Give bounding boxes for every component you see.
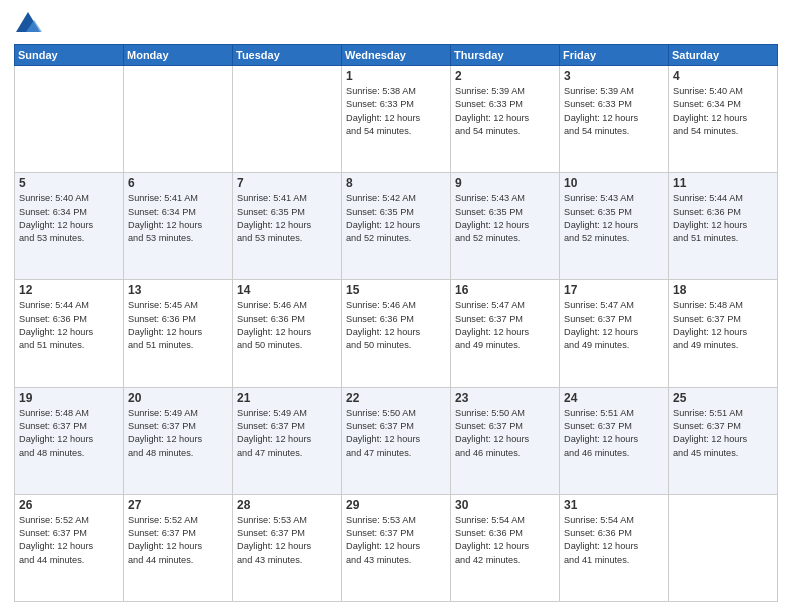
calendar-cell: 18Sunrise: 5:48 AM Sunset: 6:37 PM Dayli… <box>669 280 778 387</box>
day-number: 30 <box>455 498 555 512</box>
page: SundayMondayTuesdayWednesdayThursdayFrid… <box>0 0 792 612</box>
calendar-cell: 11Sunrise: 5:44 AM Sunset: 6:36 PM Dayli… <box>669 173 778 280</box>
day-info: Sunrise: 5:46 AM Sunset: 6:36 PM Dayligh… <box>346 299 446 352</box>
day-info: Sunrise: 5:51 AM Sunset: 6:37 PM Dayligh… <box>673 407 773 460</box>
calendar-cell <box>669 494 778 601</box>
calendar-header-thursday: Thursday <box>451 45 560 66</box>
calendar-cell: 26Sunrise: 5:52 AM Sunset: 6:37 PM Dayli… <box>15 494 124 601</box>
day-number: 27 <box>128 498 228 512</box>
day-info: Sunrise: 5:38 AM Sunset: 6:33 PM Dayligh… <box>346 85 446 138</box>
calendar-cell: 30Sunrise: 5:54 AM Sunset: 6:36 PM Dayli… <box>451 494 560 601</box>
day-number: 6 <box>128 176 228 190</box>
day-number: 2 <box>455 69 555 83</box>
day-number: 10 <box>564 176 664 190</box>
calendar-header-row: SundayMondayTuesdayWednesdayThursdayFrid… <box>15 45 778 66</box>
day-info: Sunrise: 5:47 AM Sunset: 6:37 PM Dayligh… <box>455 299 555 352</box>
calendar-header-tuesday: Tuesday <box>233 45 342 66</box>
day-number: 20 <box>128 391 228 405</box>
day-number: 7 <box>237 176 337 190</box>
calendar-header-monday: Monday <box>124 45 233 66</box>
calendar-cell: 10Sunrise: 5:43 AM Sunset: 6:35 PM Dayli… <box>560 173 669 280</box>
day-info: Sunrise: 5:48 AM Sunset: 6:37 PM Dayligh… <box>673 299 773 352</box>
calendar-header-wednesday: Wednesday <box>342 45 451 66</box>
day-info: Sunrise: 5:48 AM Sunset: 6:37 PM Dayligh… <box>19 407 119 460</box>
calendar-cell: 22Sunrise: 5:50 AM Sunset: 6:37 PM Dayli… <box>342 387 451 494</box>
calendar-cell: 9Sunrise: 5:43 AM Sunset: 6:35 PM Daylig… <box>451 173 560 280</box>
day-info: Sunrise: 5:54 AM Sunset: 6:36 PM Dayligh… <box>564 514 664 567</box>
day-info: Sunrise: 5:52 AM Sunset: 6:37 PM Dayligh… <box>19 514 119 567</box>
calendar-cell: 29Sunrise: 5:53 AM Sunset: 6:37 PM Dayli… <box>342 494 451 601</box>
day-number: 18 <box>673 283 773 297</box>
day-number: 15 <box>346 283 446 297</box>
day-number: 9 <box>455 176 555 190</box>
day-info: Sunrise: 5:41 AM Sunset: 6:35 PM Dayligh… <box>237 192 337 245</box>
day-number: 1 <box>346 69 446 83</box>
calendar-cell: 12Sunrise: 5:44 AM Sunset: 6:36 PM Dayli… <box>15 280 124 387</box>
day-info: Sunrise: 5:44 AM Sunset: 6:36 PM Dayligh… <box>673 192 773 245</box>
day-number: 29 <box>346 498 446 512</box>
calendar-cell: 5Sunrise: 5:40 AM Sunset: 6:34 PM Daylig… <box>15 173 124 280</box>
day-info: Sunrise: 5:46 AM Sunset: 6:36 PM Dayligh… <box>237 299 337 352</box>
day-number: 23 <box>455 391 555 405</box>
calendar-cell: 24Sunrise: 5:51 AM Sunset: 6:37 PM Dayli… <box>560 387 669 494</box>
calendar-cell: 31Sunrise: 5:54 AM Sunset: 6:36 PM Dayli… <box>560 494 669 601</box>
calendar-cell: 16Sunrise: 5:47 AM Sunset: 6:37 PM Dayli… <box>451 280 560 387</box>
day-info: Sunrise: 5:54 AM Sunset: 6:36 PM Dayligh… <box>455 514 555 567</box>
calendar-cell: 20Sunrise: 5:49 AM Sunset: 6:37 PM Dayli… <box>124 387 233 494</box>
calendar-header-sunday: Sunday <box>15 45 124 66</box>
calendar-cell: 1Sunrise: 5:38 AM Sunset: 6:33 PM Daylig… <box>342 66 451 173</box>
day-info: Sunrise: 5:42 AM Sunset: 6:35 PM Dayligh… <box>346 192 446 245</box>
day-number: 25 <box>673 391 773 405</box>
calendar-cell: 17Sunrise: 5:47 AM Sunset: 6:37 PM Dayli… <box>560 280 669 387</box>
day-info: Sunrise: 5:40 AM Sunset: 6:34 PM Dayligh… <box>19 192 119 245</box>
day-info: Sunrise: 5:49 AM Sunset: 6:37 PM Dayligh… <box>237 407 337 460</box>
day-info: Sunrise: 5:41 AM Sunset: 6:34 PM Dayligh… <box>128 192 228 245</box>
day-info: Sunrise: 5:43 AM Sunset: 6:35 PM Dayligh… <box>564 192 664 245</box>
day-number: 31 <box>564 498 664 512</box>
day-number: 14 <box>237 283 337 297</box>
calendar-cell <box>124 66 233 173</box>
calendar-week-row-2: 5Sunrise: 5:40 AM Sunset: 6:34 PM Daylig… <box>15 173 778 280</box>
day-number: 5 <box>19 176 119 190</box>
day-number: 26 <box>19 498 119 512</box>
calendar-cell: 6Sunrise: 5:41 AM Sunset: 6:34 PM Daylig… <box>124 173 233 280</box>
day-info: Sunrise: 5:52 AM Sunset: 6:37 PM Dayligh… <box>128 514 228 567</box>
calendar-cell: 14Sunrise: 5:46 AM Sunset: 6:36 PM Dayli… <box>233 280 342 387</box>
calendar-cell: 2Sunrise: 5:39 AM Sunset: 6:33 PM Daylig… <box>451 66 560 173</box>
calendar-cell: 4Sunrise: 5:40 AM Sunset: 6:34 PM Daylig… <box>669 66 778 173</box>
day-info: Sunrise: 5:51 AM Sunset: 6:37 PM Dayligh… <box>564 407 664 460</box>
calendar-cell <box>15 66 124 173</box>
day-number: 8 <box>346 176 446 190</box>
day-info: Sunrise: 5:40 AM Sunset: 6:34 PM Dayligh… <box>673 85 773 138</box>
calendar-week-row-3: 12Sunrise: 5:44 AM Sunset: 6:36 PM Dayli… <box>15 280 778 387</box>
day-number: 13 <box>128 283 228 297</box>
calendar-header-saturday: Saturday <box>669 45 778 66</box>
day-number: 22 <box>346 391 446 405</box>
calendar-cell: 25Sunrise: 5:51 AM Sunset: 6:37 PM Dayli… <box>669 387 778 494</box>
day-info: Sunrise: 5:53 AM Sunset: 6:37 PM Dayligh… <box>346 514 446 567</box>
day-number: 19 <box>19 391 119 405</box>
day-info: Sunrise: 5:50 AM Sunset: 6:37 PM Dayligh… <box>455 407 555 460</box>
calendar-header-friday: Friday <box>560 45 669 66</box>
day-number: 16 <box>455 283 555 297</box>
day-info: Sunrise: 5:53 AM Sunset: 6:37 PM Dayligh… <box>237 514 337 567</box>
calendar-cell: 28Sunrise: 5:53 AM Sunset: 6:37 PM Dayli… <box>233 494 342 601</box>
day-info: Sunrise: 5:43 AM Sunset: 6:35 PM Dayligh… <box>455 192 555 245</box>
day-info: Sunrise: 5:44 AM Sunset: 6:36 PM Dayligh… <box>19 299 119 352</box>
calendar-cell: 3Sunrise: 5:39 AM Sunset: 6:33 PM Daylig… <box>560 66 669 173</box>
calendar-cell: 27Sunrise: 5:52 AM Sunset: 6:37 PM Dayli… <box>124 494 233 601</box>
calendar-cell: 15Sunrise: 5:46 AM Sunset: 6:36 PM Dayli… <box>342 280 451 387</box>
day-number: 24 <box>564 391 664 405</box>
day-info: Sunrise: 5:49 AM Sunset: 6:37 PM Dayligh… <box>128 407 228 460</box>
day-info: Sunrise: 5:50 AM Sunset: 6:37 PM Dayligh… <box>346 407 446 460</box>
logo <box>14 10 46 38</box>
logo-icon <box>14 10 42 38</box>
day-number: 4 <box>673 69 773 83</box>
calendar-week-row-4: 19Sunrise: 5:48 AM Sunset: 6:37 PM Dayli… <box>15 387 778 494</box>
day-info: Sunrise: 5:45 AM Sunset: 6:36 PM Dayligh… <box>128 299 228 352</box>
calendar-cell: 19Sunrise: 5:48 AM Sunset: 6:37 PM Dayli… <box>15 387 124 494</box>
calendar-cell: 23Sunrise: 5:50 AM Sunset: 6:37 PM Dayli… <box>451 387 560 494</box>
calendar-week-row-5: 26Sunrise: 5:52 AM Sunset: 6:37 PM Dayli… <box>15 494 778 601</box>
day-number: 3 <box>564 69 664 83</box>
calendar-cell: 21Sunrise: 5:49 AM Sunset: 6:37 PM Dayli… <box>233 387 342 494</box>
